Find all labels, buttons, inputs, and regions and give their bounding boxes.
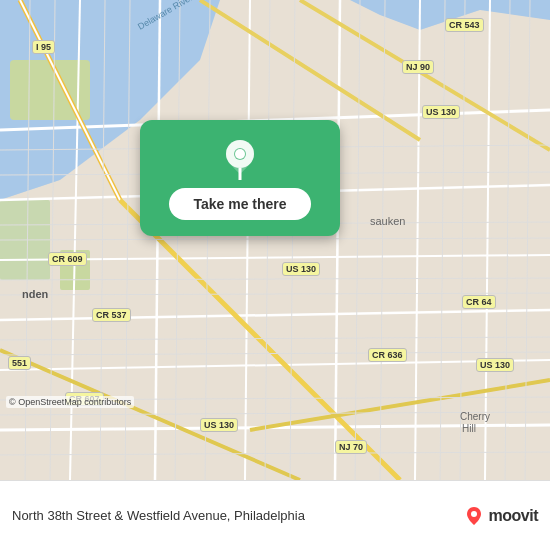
road-badge-us130d: US 130 <box>476 358 514 372</box>
svg-text:nden: nden <box>22 288 49 300</box>
osm-attribution: © OpenStreetMap contributors <box>6 396 134 408</box>
road-badge-cr64: CR 64 <box>462 295 496 309</box>
road-badge-551: 551 <box>8 356 31 370</box>
moovit-logo: moovit <box>463 505 538 527</box>
road-badge-us130b: US 130 <box>200 418 238 432</box>
svg-text:sauken: sauken <box>370 215 405 227</box>
road-badge-cr543: CR 543 <box>445 18 484 32</box>
map-background: nden sauken Cherry Hill Delaware River <box>0 0 550 480</box>
map-container: nden sauken Cherry Hill Delaware River I… <box>0 0 550 480</box>
road-badge-us130a: US 130 <box>282 262 320 276</box>
take-me-there-button[interactable]: Take me there <box>169 188 310 220</box>
road-badge-cr609: CR 609 <box>48 252 87 266</box>
svg-text:Cherry: Cherry <box>460 411 490 422</box>
popup-pin-icon <box>218 136 262 180</box>
road-badge-us130c: US 130 <box>422 105 460 119</box>
road-badge-i95: I 95 <box>32 40 55 54</box>
popup-card: Take me there <box>140 120 340 236</box>
address-label: North 38th Street & Westfield Avenue, Ph… <box>12 508 463 523</box>
road-badge-cr537: CR 537 <box>92 308 131 322</box>
svg-point-59 <box>471 511 477 517</box>
svg-point-58 <box>235 149 245 159</box>
svg-text:Hill: Hill <box>462 423 476 434</box>
road-badge-cr636: CR 636 <box>368 348 407 362</box>
road-badge-nj70: NJ 70 <box>335 440 367 454</box>
moovit-wordmark: moovit <box>489 507 538 525</box>
bottom-bar: North 38th Street & Westfield Avenue, Ph… <box>0 480 550 550</box>
road-badge-nj90: NJ 90 <box>402 60 434 74</box>
moovit-pin-icon <box>463 505 485 527</box>
